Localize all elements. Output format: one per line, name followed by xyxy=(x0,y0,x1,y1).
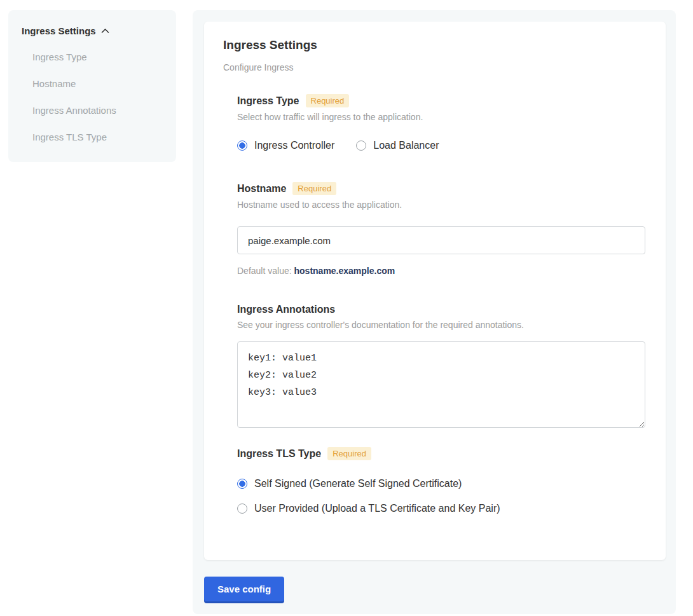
sidebar-item-ingress-type[interactable]: Ingress Type xyxy=(32,51,163,63)
page-subtitle: Configure Ingress xyxy=(223,62,645,72)
hostname-default-label: Default value: xyxy=(237,266,292,276)
radio-input-self-signed[interactable] xyxy=(237,479,247,489)
required-badge: Required xyxy=(292,182,336,195)
radio-option-self-signed[interactable]: Self Signed (Generate Self Signed Certif… xyxy=(237,478,645,489)
section-hostname-help: Hostname used to access the application. xyxy=(237,200,645,210)
sidebar-group-ingress-settings[interactable]: Ingress Settings xyxy=(22,25,163,36)
radio-input-load-balancer[interactable] xyxy=(356,140,366,151)
section-hostname-title: Hostname xyxy=(237,183,286,195)
hostname-default-line: Default value: hostname.example.com xyxy=(237,266,645,276)
radio-option-user-provided[interactable]: User Provided (Upload a TLS Certificate … xyxy=(237,503,645,514)
page: Ingress Settings Ingress Type Hostname I… xyxy=(0,0,693,616)
save-row: Save config xyxy=(204,577,666,601)
page-title: Ingress Settings xyxy=(223,38,645,52)
required-badge: Required xyxy=(306,94,350,107)
chevron-up-icon xyxy=(101,28,109,34)
radio-label-self-signed: Self Signed (Generate Self Signed Certif… xyxy=(254,478,462,489)
section-ingress-annotations: Ingress Annotations See your ingress con… xyxy=(237,304,645,430)
required-badge: Required xyxy=(327,447,371,460)
section-ingress-type: Ingress Type Required Select how traffic… xyxy=(237,94,645,151)
section-tls-title: Ingress TLS Type xyxy=(237,448,321,460)
section-ingress-tls-type: Ingress TLS Type Required Self Signed (G… xyxy=(237,447,645,514)
sidebar-item-ingress-tls-type[interactable]: Ingress TLS Type xyxy=(32,132,163,143)
radio-option-load-balancer[interactable]: Load Balancer xyxy=(356,140,439,151)
sidebar-item-hostname[interactable]: Hostname xyxy=(32,78,163,90)
radio-label-user-provided: User Provided (Upload a TLS Certificate … xyxy=(254,503,500,514)
hostname-input[interactable] xyxy=(237,226,645,254)
section-annotations-title: Ingress Annotations xyxy=(237,304,335,315)
section-tls-header: Ingress TLS Type Required xyxy=(237,447,645,460)
sidebar-group-label: Ingress Settings xyxy=(22,25,96,36)
save-config-button[interactable]: Save config xyxy=(204,577,284,601)
config-area: Ingress Settings Configure Ingress Ingre… xyxy=(193,10,676,614)
sidebar-item-list: Ingress Type Hostname Ingress Annotation… xyxy=(22,51,163,143)
section-annotations-help: See your ingress controller's documentat… xyxy=(237,320,645,330)
hostname-default-value: hostname.example.com xyxy=(294,266,395,276)
config-card: Ingress Settings Configure Ingress Ingre… xyxy=(204,22,666,560)
ingress-annotations-textarea[interactable]: key1: value1 key2: value2 key3: value3 xyxy=(237,341,645,428)
section-ingress-type-header: Ingress Type Required xyxy=(237,94,645,107)
ingress-type-radio-group: Ingress Controller Load Balancer xyxy=(237,140,645,151)
radio-label-load-balancer: Load Balancer xyxy=(373,140,439,151)
tls-type-radio-group: Self Signed (Generate Self Signed Certif… xyxy=(237,478,645,514)
radio-label-ingress-controller: Ingress Controller xyxy=(254,140,334,151)
radio-input-user-provided[interactable] xyxy=(237,503,247,514)
config-nav-sidebar: Ingress Settings Ingress Type Hostname I… xyxy=(8,10,176,162)
section-annotations-header: Ingress Annotations xyxy=(237,304,645,315)
section-hostname-header: Hostname Required xyxy=(237,182,645,195)
section-hostname: Hostname Required Hostname used to acces… xyxy=(237,182,645,276)
radio-option-ingress-controller[interactable]: Ingress Controller xyxy=(237,140,334,151)
section-ingress-type-help: Select how traffic will ingress to the a… xyxy=(237,112,645,122)
section-ingress-type-title: Ingress Type xyxy=(237,95,299,107)
sidebar-item-ingress-annotations[interactable]: Ingress Annotations xyxy=(32,105,163,116)
radio-input-ingress-controller[interactable] xyxy=(237,140,247,151)
